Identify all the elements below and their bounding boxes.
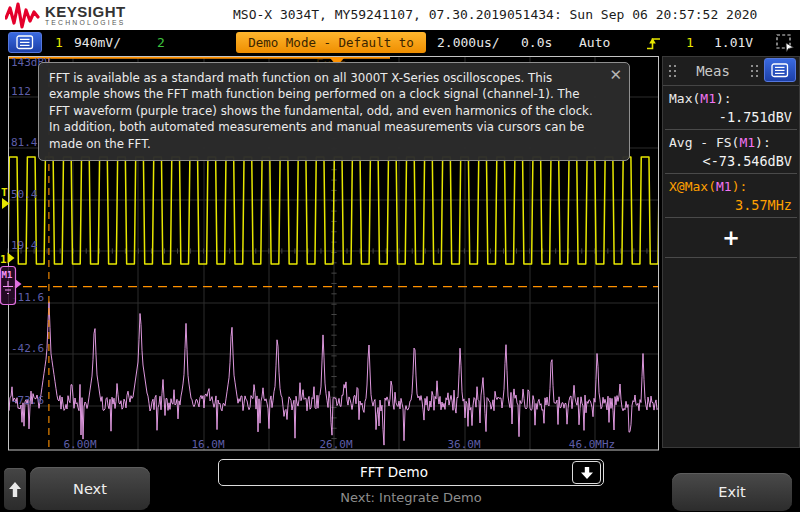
menu-icon [771, 63, 789, 78]
popup-close-button[interactable]: ✕ [609, 66, 622, 84]
keysight-logo: KEYSIGHT TECHNOLOGIES [5, 1, 126, 29]
measurement-value: -1.751dBV [669, 109, 792, 125]
freq-axis-label: 46.0MHz [569, 438, 615, 451]
svg-text:T: T [1, 186, 8, 199]
channel1-ground-marker[interactable]: 1 [0, 253, 15, 267]
dbv-axis-label: 112 [11, 85, 31, 98]
exit-button[interactable]: Exit [672, 473, 792, 511]
dbv-axis-label: -42.6 [11, 342, 44, 355]
dbv-axis-label: 19.4 [11, 239, 38, 252]
brand-name: KEYSIGHT [45, 4, 126, 19]
freq-axis-label: 26.0M [319, 438, 352, 451]
brand-subtitle: TECHNOLOGIES [45, 20, 126, 27]
measurement-value: 3.57MHz [669, 197, 792, 213]
measurement-label: X@Max(M1): [669, 179, 792, 194]
panel-grip-right[interactable] [751, 65, 759, 78]
selection-tool-icon[interactable] [776, 34, 795, 56]
measurement-label: Max(M1): [669, 91, 792, 106]
m1-level-arrow-icon [15, 279, 22, 289]
next-demo-hint: Next: Integrate Demo [218, 490, 604, 505]
demo-info-text: FFT is available as a standard math func… [49, 71, 593, 151]
next-button[interactable]: Next [30, 467, 150, 510]
measurement-value: <-73.546dBV [669, 153, 792, 169]
dbv-axis-label: 50.4 [11, 188, 38, 201]
dbv-axis-label: -73.6 [11, 394, 44, 407]
measurement-row-max[interactable]: Max(M1): -1.751dBV [663, 86, 799, 129]
divider [665, 217, 797, 218]
measurement-panel: Meas Max(M1): -1.751dBV Avg - FS(M1): <-… [662, 56, 800, 448]
trigger-edge-icon [646, 35, 661, 54]
main-menu-button[interactable] [8, 32, 42, 53]
oscilloscope-screen: { "header": { "brand": "KEYSIGHT", "bran… [0, 0, 800, 512]
demo-mode-button[interactable]: Demo Mode - Default to Exit [236, 32, 426, 53]
freq-axis-label: 6.00M [63, 438, 96, 451]
measurement-panel-header: Meas [663, 57, 799, 86]
measurement-row-avg[interactable]: Avg - FS(M1): <-73.546dBV [663, 130, 799, 173]
timebase-delay[interactable]: 0.0s [521, 30, 552, 56]
svg-text:1: 1 [0, 253, 7, 266]
menu-icon [16, 35, 34, 50]
up-arrow-icon [8, 481, 22, 498]
channel1-scale[interactable]: 940mV/ [74, 30, 121, 56]
measurement-row-xmax[interactable]: X@Max(M1): 3.57MHz [663, 174, 799, 217]
softkey-bar: Next FFT Demo Next: Integrate Demo Exit [0, 452, 800, 512]
fft-math-trace [8, 302, 658, 445]
measurement-label: Avg - FS(M1): [669, 135, 792, 150]
acquisition-mode[interactable]: Auto [579, 30, 610, 56]
timebase-scale[interactable]: 2.000us/ [437, 30, 500, 56]
dbv-axis-label: 81.4 [11, 136, 38, 149]
channel1-ground-arrow-icon [8, 253, 15, 264]
demo-info-popup: FFT is available as a standard math func… [38, 62, 630, 161]
divider [665, 257, 797, 258]
down-arrow-icon [580, 466, 594, 480]
measurement-menu-button[interactable] [764, 58, 796, 82]
freq-axis-label: 36.0M [447, 438, 480, 451]
channel2-number[interactable]: 2 [157, 30, 165, 56]
keysight-spark-icon [5, 1, 41, 29]
add-measurement-button[interactable]: + [716, 227, 746, 249]
channel1-clock-trace [8, 157, 662, 264]
trigger-source[interactable]: 1 [686, 30, 694, 56]
instrument-title: MSO-X 3034T, MY59241107, 07.30.201905143… [233, 7, 757, 22]
status-toolbar: 1 940mV/ 2 Demo Mode - Default to Exit 2… [0, 30, 800, 56]
demo-select-dropdown[interactable]: FFT Demo [218, 459, 604, 486]
dropdown-arrow-button[interactable] [572, 461, 601, 484]
measurement-panel-title: Meas [663, 57, 763, 85]
svg-text:M1: M1 [2, 270, 13, 280]
freq-axis-label: 16.0M [191, 438, 224, 451]
channel1-number[interactable]: 1 [55, 30, 63, 56]
title-bar: KEYSIGHT TECHNOLOGIES MSO-X 3034T, MY592… [0, 0, 800, 30]
menu-up-button[interactable] [4, 468, 26, 510]
trigger-level[interactable]: 1.01V [714, 30, 753, 56]
demo-select-value: FFT Demo [219, 460, 569, 485]
